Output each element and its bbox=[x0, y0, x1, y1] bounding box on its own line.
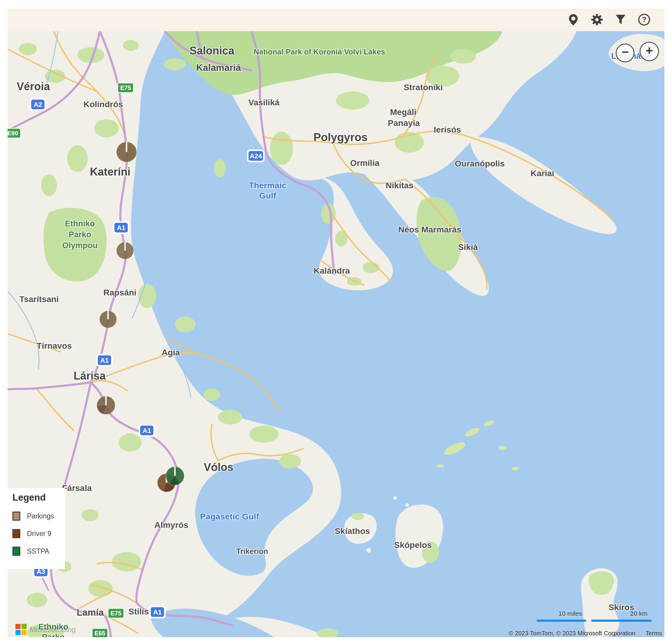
legend-item-sstpa[interactable]: SSTPA bbox=[12, 547, 65, 556]
zoom-in-button[interactable]: + bbox=[639, 42, 659, 61]
land-islet bbox=[393, 496, 397, 500]
location-pin-icon[interactable] bbox=[566, 13, 580, 27]
scale-km-label: 20 km bbox=[591, 610, 652, 618]
brand-name: Microsoft Bing bbox=[30, 625, 76, 634]
shield-e75: E75 bbox=[118, 83, 133, 93]
label-panayia: Panayía bbox=[388, 118, 420, 128]
sstpa-swatch bbox=[12, 547, 20, 556]
label-sikia: Sikiá bbox=[458, 242, 478, 252]
legend-title: Legend bbox=[12, 492, 65, 503]
marker-parkings-larisa[interactable] bbox=[97, 396, 115, 414]
label-stratoniki: Stratoníki bbox=[403, 82, 442, 92]
copyright-text: © 2023 TomTom, © 2023 Microsoft Corporat… bbox=[509, 630, 635, 637]
map-canvas[interactable]: A2 E75 E90 A24 A1 A1 bbox=[8, 31, 664, 637]
label-ierisos: Ierisós bbox=[434, 125, 461, 134]
svg-text:E75: E75 bbox=[111, 610, 121, 617]
label-neos-marmaras: Néos Marmarás bbox=[398, 225, 462, 234]
svg-text:A1: A1 bbox=[117, 224, 125, 232]
marker-parkings-olympou[interactable] bbox=[117, 242, 133, 259]
svg-text:A1: A1 bbox=[143, 427, 151, 434]
marker-parkings-katerini[interactable] bbox=[117, 142, 137, 162]
label-almyros: Almyrós bbox=[154, 520, 188, 530]
visual-panel: ? bbox=[8, 9, 664, 637]
label-kariai: Kariaí bbox=[531, 169, 555, 178]
shield-a1: A1 bbox=[113, 221, 129, 234]
legend-label: Parkings bbox=[27, 512, 54, 520]
label-skiathos: Skíathos bbox=[335, 526, 370, 536]
label-ouranopolis: Ouranópolis bbox=[455, 159, 505, 168]
label-agia: Agia bbox=[161, 348, 180, 357]
scale-km: 20 km bbox=[591, 610, 652, 622]
label-ormilia: Ormília bbox=[350, 158, 379, 168]
driver9-swatch bbox=[12, 529, 20, 538]
shield-e65: E65 bbox=[92, 628, 108, 637]
label-olympou: Olympou bbox=[62, 241, 98, 250]
label-thermaic: Thermaic bbox=[249, 181, 287, 190]
label-rapsani: Rapsáni bbox=[104, 288, 137, 297]
label-kalamaria: Kalamariá bbox=[196, 62, 241, 73]
label-stilis: Stilís bbox=[129, 607, 149, 616]
shield-a1: A1 bbox=[96, 354, 113, 367]
label-tsaritsani: Tsarítsani bbox=[20, 295, 59, 304]
label-megali: Megáli bbox=[390, 107, 416, 117]
label-nikitas: Nikítas bbox=[386, 181, 413, 190]
legend: Legend Parkings Driver 9 SSTPA bbox=[8, 488, 65, 569]
microsoft-logo-icon bbox=[15, 624, 27, 635]
scale-miles-label: 10 miles bbox=[537, 610, 586, 618]
shield-a1: A1 bbox=[149, 606, 166, 618]
label-ethniko: Ethniko bbox=[65, 219, 95, 228]
zoom-out-button[interactable]: − bbox=[616, 43, 634, 62]
filter-icon[interactable] bbox=[613, 13, 628, 27]
shield-e75: E75 bbox=[108, 608, 124, 618]
legend-label: SSTPA bbox=[27, 547, 49, 555]
label-national-park: National Park of Koronia Volvi Lakes bbox=[254, 48, 385, 56]
svg-text:A1: A1 bbox=[153, 608, 161, 616]
scale-miles-bar bbox=[537, 620, 586, 622]
power-bi-map-visual: ? bbox=[0, 0, 672, 642]
help-icon[interactable]: ? bbox=[637, 13, 651, 27]
svg-text:E90: E90 bbox=[8, 130, 18, 137]
label-tirnavos: Tírnavos bbox=[37, 341, 72, 350]
visual-toolbar: ? bbox=[8, 9, 664, 31]
legend-item-parkings[interactable]: Parkings bbox=[12, 512, 65, 521]
label-katerini: Kateríni bbox=[90, 166, 130, 178]
land-islet bbox=[405, 503, 409, 507]
terms-link[interactable]: Terms bbox=[646, 630, 662, 637]
label-kolindros: Kolindrós bbox=[83, 100, 123, 109]
shield-a24: A24 bbox=[247, 150, 264, 162]
legend-item-driver9[interactable]: Driver 9 bbox=[12, 529, 65, 538]
shield-a1: A1 bbox=[139, 424, 155, 437]
parkings-swatch bbox=[12, 512, 20, 521]
microsoft-bing-logo: Microsoft Bing bbox=[15, 624, 76, 635]
label-pagasetic-gulf: Pagasetic Gulf bbox=[200, 512, 259, 521]
label-skopelos: Skópelos bbox=[394, 540, 432, 550]
label-lamia: Lamía bbox=[77, 607, 104, 618]
toolbar-icons: ? bbox=[566, 13, 651, 27]
svg-text:A24: A24 bbox=[250, 152, 262, 160]
svg-text:A2: A2 bbox=[34, 101, 42, 108]
legend-label: Driver 9 bbox=[27, 530, 51, 538]
scale-km-bar bbox=[591, 620, 652, 622]
svg-text:E65: E65 bbox=[94, 630, 105, 637]
shield-a2: A2 bbox=[30, 98, 46, 111]
shield-e90: E90 bbox=[8, 128, 21, 138]
label-polygyros: Polygyros bbox=[314, 131, 368, 143]
attribution: © 2023 TomTom, © 2023 Microsoft Corporat… bbox=[509, 630, 662, 637]
label-trikerion: Trikerion bbox=[236, 547, 268, 555]
svg-text:A1: A1 bbox=[100, 357, 109, 364]
marker-sstpa-volos[interactable] bbox=[166, 467, 184, 485]
label-vasilika: Vasiliká bbox=[248, 98, 280, 107]
label-salonica: Salonica bbox=[190, 44, 235, 57]
gear-icon[interactable] bbox=[590, 13, 604, 27]
label-larisa: Lárisa bbox=[74, 370, 106, 382]
svg-text:E75: E75 bbox=[120, 85, 131, 91]
label-veroia: Véroia bbox=[17, 80, 50, 93]
label-farsala: Fársala bbox=[62, 484, 92, 493]
marker-parkings-rapsani[interactable] bbox=[100, 311, 117, 328]
scale-miles: 10 miles bbox=[537, 610, 586, 622]
label-kalandra: Kalándra bbox=[314, 266, 350, 275]
land-islet bbox=[366, 548, 371, 553]
label-parko: Parko bbox=[68, 230, 91, 239]
help-glyph: ? bbox=[642, 15, 647, 24]
label-thermaic-gulf: Gulf bbox=[259, 191, 276, 201]
